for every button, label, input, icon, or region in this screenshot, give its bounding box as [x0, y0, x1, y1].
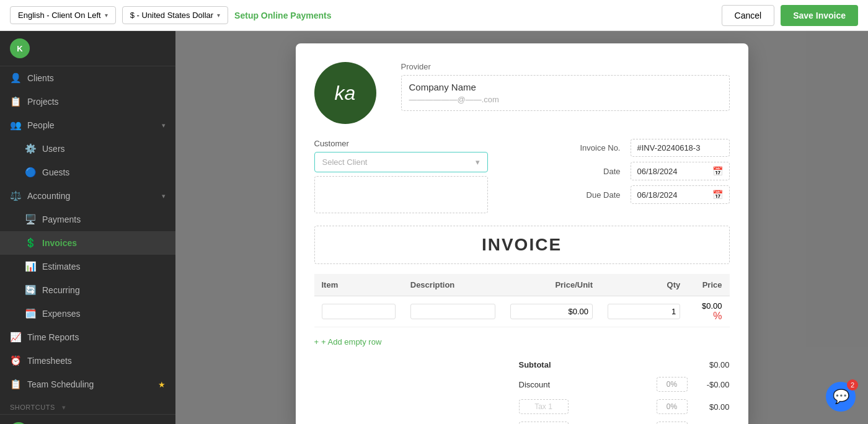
sidebar-item-team-scheduling[interactable]: 📋 Team Scheduling ★	[0, 373, 175, 396]
sidebar-item-label: Users	[42, 144, 65, 154]
main-layout: K 👤 Clients 📋 Projects 👥 People ▾ ⚙️ Use…	[0, 31, 868, 424]
currency-arrow-icon: ▾	[217, 12, 220, 19]
price-value: $0.00	[702, 301, 722, 311]
sidebar-item-people[interactable]: 👥 People ▾	[0, 113, 175, 137]
subtotal-value: $0.00	[693, 360, 730, 369]
chat-badge: 2	[847, 379, 858, 391]
discount-row: Discount 0% -$0.00	[519, 373, 730, 395]
price-unit-input[interactable]	[510, 304, 593, 319]
sidebar-item-projects[interactable]: 📋 Projects	[0, 90, 175, 113]
item-input[interactable]	[322, 304, 396, 319]
due-date-value[interactable]: 06/18/2024 📅	[631, 185, 730, 204]
cancel-button[interactable]: Cancel	[722, 5, 775, 26]
sidebar-item-payments[interactable]: 🖥️ Payments	[0, 208, 175, 231]
sidebar-item-invoices[interactable]: 💲 Invoices	[0, 231, 175, 255]
provider-section: Provider Company Name ——————@——.com	[401, 62, 730, 111]
invoice-title: INVOICE	[482, 235, 562, 254]
sidebar: K 👤 Clients 📋 Projects 👥 People ▾ ⚙️ Use…	[0, 31, 175, 424]
tax1-value: $0.00	[693, 402, 730, 412]
invoices-icon: 💲	[25, 237, 36, 249]
provider-label: Provider	[401, 62, 730, 71]
invoice-info-table: Invoice No. #INV-20240618-3 Date 06/18/2…	[565, 139, 730, 209]
tax1-label-box[interactable]: Tax 1	[519, 399, 569, 414]
topbar-right: Cancel Save Invoice	[722, 5, 858, 26]
sidebar-item-label: Expenses	[42, 309, 80, 319]
chat-widget[interactable]: 💬 2	[826, 382, 856, 412]
team-scheduling-icon: 📋	[10, 379, 21, 390]
sidebar-item-label: Clients	[27, 73, 54, 83]
sidebar-item-recurring[interactable]: 🔄 Recurring	[0, 278, 175, 302]
currency-label: $ - United States Dollar	[130, 11, 213, 20]
col-header-price: Price	[688, 274, 729, 296]
qty-input[interactable]	[608, 304, 680, 319]
sidebar-item-label: Projects	[27, 97, 59, 107]
description-input[interactable]	[410, 304, 495, 319]
table-row: $0.00 %	[314, 296, 730, 327]
tax1-pct[interactable]: 0%	[657, 399, 688, 414]
cell-price: $0.00 %	[688, 296, 729, 327]
sidebar-bottom: K 00:00 :00	[0, 414, 175, 424]
language-label: English - Client On Left	[18, 11, 101, 20]
sidebar-item-guests[interactable]: 🔵 Guests	[0, 161, 175, 184]
setup-online-payments-link[interactable]: Setup Online Payments	[234, 11, 331, 20]
subtotal-row: Subtotal $0.00	[519, 356, 730, 373]
sidebar-item-estimates[interactable]: 📊 Estimates	[0, 255, 175, 278]
discount-right: 0% -$0.00	[657, 377, 730, 392]
sidebar-item-label: Guests	[42, 167, 69, 177]
col-header-item: Item	[314, 274, 403, 296]
invoice-header: ka Provider Company Name ——————@——.com	[314, 62, 730, 124]
add-empty-row-button[interactable]: + + Add empty row	[314, 333, 730, 350]
sidebar-item-label: Estimates	[42, 262, 80, 272]
avatar: K	[10, 38, 30, 58]
save-invoice-button[interactable]: Save Invoice	[781, 5, 858, 26]
cell-description	[403, 296, 503, 327]
dropdown-arrow-icon: ▾	[476, 157, 480, 167]
sidebar-item-time-reports[interactable]: 📈 Time Reports	[0, 325, 175, 349]
select-client-placeholder: Select Client	[322, 157, 368, 167]
discount-label: Discount	[519, 380, 581, 389]
select-client-dropdown[interactable]: Select Client ▾	[314, 152, 488, 172]
date-value[interactable]: 06/18/2024 📅	[631, 162, 730, 180]
sidebar-item-users[interactable]: ⚙️ Users	[0, 137, 175, 161]
tax2-label-box[interactable]: Tax 2	[519, 422, 569, 424]
invoice-no-value[interactable]: #INV-20240618-3	[631, 139, 730, 157]
percent-icon[interactable]: %	[713, 311, 722, 321]
tax2-pct[interactable]: 0%	[657, 422, 688, 424]
sidebar-item-label: People	[27, 120, 55, 130]
shortcuts-section: SHORTCUTS ▾	[0, 396, 175, 414]
sidebar-item-accounting[interactable]: ⚖️ Accounting ▾	[0, 184, 175, 208]
add-row-label: + Add empty row	[321, 337, 381, 347]
sidebar-item-timesheets[interactable]: ⏰ Timesheets	[0, 349, 175, 373]
tax2-row: Tax 2 0% $0.00	[519, 418, 730, 424]
modal-backdrop: ka Provider Company Name ——————@——.com C…	[175, 31, 868, 424]
tax1-label: Tax 1	[534, 402, 552, 411]
invoice-no-label: Invoice No.	[565, 143, 621, 152]
projects-icon: 📋	[10, 96, 21, 107]
sidebar-header: K	[0, 31, 175, 66]
guests-icon: 🔵	[25, 167, 36, 178]
sidebar-item-expenses[interactable]: 🗓️ Expenses	[0, 302, 175, 325]
language-button[interactable]: English - Client On Left ▾	[10, 6, 116, 24]
due-date-calendar-icon: 📅	[712, 190, 723, 200]
accounting-icon: ⚖️	[10, 190, 21, 201]
plus-icon: +	[314, 337, 319, 347]
discount-pct[interactable]: 0%	[657, 377, 688, 392]
star-icon: ★	[158, 380, 166, 389]
company-logo: ka	[314, 62, 376, 124]
sidebar-item-label: Invoices	[42, 238, 77, 248]
sidebar-item-label: Accounting	[27, 191, 70, 201]
sidebar-item-clients[interactable]: 👤 Clients	[0, 66, 175, 90]
subtotal-label: Subtotal	[519, 360, 581, 369]
cell-item	[314, 296, 403, 327]
people-icon: 👥	[10, 120, 21, 131]
chat-icon: 💬	[833, 389, 849, 405]
currency-button[interactable]: $ - United States Dollar ▾	[122, 6, 228, 24]
language-arrow-icon: ▾	[105, 12, 108, 19]
clients-icon: 👤	[10, 73, 21, 84]
discount-value: -$0.00	[693, 380, 730, 389]
estimates-icon: 📊	[25, 261, 36, 272]
tax1-row: Tax 1 0% $0.00	[519, 395, 730, 418]
client-address-box	[314, 176, 488, 213]
col-header-price-unit: Price/Unit	[503, 274, 600, 296]
invoice-modal: ka Provider Company Name ——————@——.com C…	[296, 43, 748, 424]
